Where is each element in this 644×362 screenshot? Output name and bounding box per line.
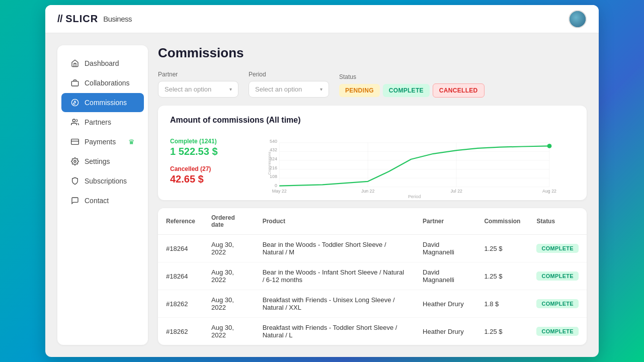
logo: //SLICR Business	[57, 13, 132, 25]
status-badge: COMPLETE	[536, 327, 579, 336]
period-filter-group: Period Select an option ▾	[249, 71, 329, 98]
complete-stat-label: Complete (1241)	[170, 138, 235, 145]
svg-rect-3	[71, 139, 79, 145]
status-complete-button[interactable]: COMPLETE	[383, 84, 430, 97]
svg-text:Aug 22: Aug 22	[542, 189, 556, 194]
svg-text:Period: Period	[408, 194, 421, 199]
partner-filter-group: Partner Select an option ▾	[158, 71, 238, 98]
svg-text:Commissions: Commissions	[267, 151, 272, 174]
svg-point-5	[74, 160, 76, 162]
col-reference: Reference	[158, 208, 203, 235]
cell-commission: 1.25 $	[476, 262, 528, 290]
partner-filter-label: Partner	[158, 71, 238, 78]
chart-svg: 0 108 216 324 432 540 Commissions	[248, 133, 575, 188]
status-badge: COMPLETE	[536, 299, 579, 308]
gear-icon	[70, 157, 79, 166]
sidebar-item-settings[interactable]: Settings	[61, 152, 144, 171]
cancelled-stat-label: Cancelled (27)	[170, 165, 235, 172]
svg-text:May 22: May 22	[272, 189, 287, 194]
cell-product: Breakfast with Friends - Toddler Short S…	[255, 318, 415, 345]
col-commission: Commission	[476, 208, 528, 235]
status-badge: COMPLETE	[536, 244, 579, 253]
logo-slashes: //	[57, 13, 62, 25]
payments-crown-icon: ♛	[128, 138, 135, 146]
home-icon	[70, 59, 79, 68]
cell-status: COMPLETE	[528, 318, 587, 345]
partner-select[interactable]: Select an option ▾	[158, 81, 238, 98]
chart-area: 0 108 216 324 432 540 Commissions	[248, 133, 575, 190]
partner-chevron-icon: ▾	[229, 86, 232, 92]
cancelled-stat: Cancelled (27) 42.65 $	[170, 165, 235, 185]
cell-date: Aug 30, 2022	[203, 290, 255, 318]
sidebar-item-subscriptions[interactable]: Subscriptions	[61, 171, 144, 191]
credit-card-icon	[70, 137, 79, 146]
cell-status: COMPLETE	[528, 290, 587, 318]
content-area: Commissions Partner Select an option ▾ P…	[158, 45, 587, 345]
partner-select-value: Select an option	[165, 85, 211, 93]
cell-reference: #18264	[158, 262, 203, 290]
cell-product: Breakfast with Friends - Unisex Long Sle…	[255, 290, 415, 318]
sidebar-item-payments[interactable]: Payments ♛	[61, 132, 144, 151]
chart-stats: Complete (1241) 1 522.53 $ Cancelled (27…	[170, 138, 235, 185]
col-ordered-date: Ordered date	[203, 208, 255, 235]
app-window: //SLICR Business Dashboard	[45, 5, 599, 357]
circle-dollar-icon	[70, 98, 79, 107]
status-filter-group: Status PENDING COMPLETE CANCELLED	[339, 73, 485, 98]
cell-reference: #18264	[158, 235, 203, 262]
svg-text:Jun 22: Jun 22	[361, 189, 375, 194]
avatar-image	[570, 11, 586, 27]
complete-stat: Complete (1241) 1 522.53 $	[170, 138, 235, 157]
status-pending-button[interactable]: PENDING	[339, 84, 380, 97]
table-row: #18264 Aug 30, 2022 Bear in the Woods - …	[158, 235, 587, 262]
sidebar-label-dashboard: Dashboard	[85, 59, 119, 67]
table-card: Reference Ordered date Product Partner C…	[158, 208, 587, 345]
cell-date: Aug 30, 2022	[203, 318, 255, 345]
cell-status: COMPLETE	[528, 235, 587, 262]
col-product: Product	[255, 208, 415, 235]
user-avatar[interactable]	[569, 10, 587, 28]
chart-title: Amount of commissions (All time)	[170, 116, 575, 125]
sidebar-item-partners[interactable]: Partners	[61, 113, 144, 132]
sidebar-item-contact[interactable]: Contact	[61, 191, 144, 210]
cell-partner: Heather Drury	[415, 318, 476, 345]
sidebar-item-collaborations[interactable]: Collaborations	[61, 73, 144, 93]
status-buttons: PENDING COMPLETE CANCELLED	[339, 83, 485, 98]
filters-row: Partner Select an option ▾ Period Select…	[158, 71, 587, 98]
svg-text:0: 0	[275, 183, 277, 188]
status-cancelled-button[interactable]: CANCELLED	[433, 83, 485, 98]
period-filter-label: Period	[249, 71, 329, 78]
sidebar: Dashboard Collaborations	[57, 45, 148, 345]
cell-reference: #18262	[158, 318, 203, 345]
sidebar-label-contact: Contact	[85, 197, 109, 205]
sidebar-item-commissions[interactable]: Commissions	[61, 93, 144, 112]
svg-point-23	[547, 144, 552, 148]
table-body: #18264 Aug 30, 2022 Bear in the Woods - …	[158, 235, 587, 345]
sidebar-label-settings: Settings	[85, 157, 110, 165]
cell-reference: #18262	[158, 290, 203, 318]
complete-stat-value: 1 522.53 $	[170, 146, 235, 157]
sidebar-item-dashboard[interactable]: Dashboard	[61, 54, 144, 73]
cell-product: Bear in the Woods - Toddler Short Sleeve…	[255, 235, 415, 262]
sidebar-label-collaborations: Collaborations	[85, 79, 130, 87]
col-partner: Partner	[415, 208, 476, 235]
chart-content: Complete (1241) 1 522.53 $ Cancelled (27…	[170, 133, 575, 190]
cell-partner: David Magnanelli	[415, 235, 476, 262]
sidebar-label-partners: Partners	[85, 118, 111, 126]
table-row: #18264 Aug 30, 2022 Bear in the Woods - …	[158, 262, 587, 290]
sidebar-label-subscriptions: Subscriptions	[85, 177, 127, 185]
cell-product: Bear in the Woods - Infant Short Sleeve …	[255, 262, 415, 290]
sidebar-label-commissions: Commissions	[85, 99, 127, 107]
table-row: #18262 Aug 30, 2022 Breakfast with Frien…	[158, 290, 587, 318]
cell-date: Aug 30, 2022	[203, 262, 255, 290]
period-chevron-icon: ▾	[320, 86, 323, 92]
cancelled-stat-value: 42.65 $	[170, 173, 235, 185]
logo-name: SLICR	[65, 13, 98, 25]
users-icon	[70, 118, 79, 127]
commissions-table: Reference Ordered date Product Partner C…	[158, 208, 587, 345]
svg-text:Jul 22: Jul 22	[450, 189, 462, 194]
table-header-row: Reference Ordered date Product Partner C…	[158, 208, 587, 235]
cell-status: COMPLETE	[528, 262, 587, 290]
period-select[interactable]: Select an option ▾	[249, 81, 329, 98]
cell-commission: 1.8 $	[476, 290, 528, 318]
cell-date: Aug 30, 2022	[203, 235, 255, 262]
